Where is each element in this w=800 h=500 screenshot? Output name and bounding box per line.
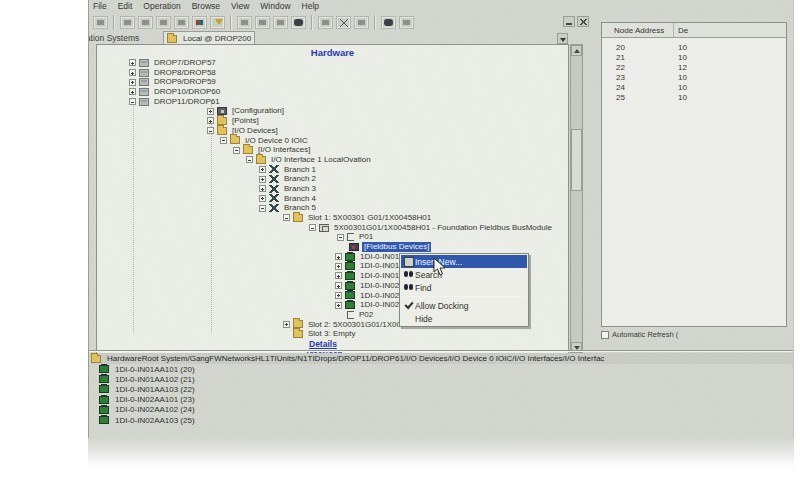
expand-icon[interactable] [207, 108, 214, 115]
refresh-icon[interactable] [354, 16, 369, 29]
tree-item-drop9[interactable]: DROP9/DROP59 [129, 77, 568, 87]
device-list-item[interactable]: 1DI-0-IN01AA101 (20) [99, 364, 793, 374]
device-list-item[interactable]: 1DI-0-IN02AA103 (25) [99, 415, 793, 425]
tree-item-branch-2[interactable]: Branch 2 [259, 174, 568, 184]
collapse-icon[interactable] [283, 214, 290, 221]
save-icon[interactable] [273, 16, 288, 29]
context-menu-search[interactable]: Search [401, 268, 527, 281]
table-row[interactable]: 2510 [602, 93, 786, 103]
undo-icon[interactable] [120, 16, 135, 29]
paste-icon[interactable] [174, 16, 189, 29]
collapse-icon[interactable] [233, 147, 240, 154]
close-button[interactable] [577, 16, 589, 27]
collapse-icon[interactable] [337, 234, 344, 241]
collapse-icon[interactable] [220, 137, 227, 144]
menu-browse[interactable]: Browse [192, 1, 220, 13]
context-menu-allow-docking[interactable]: Allow Docking [401, 299, 527, 312]
menu-view[interactable]: View [231, 1, 249, 13]
expand-icon[interactable] [129, 59, 136, 66]
menu-window[interactable]: Window [260, 1, 290, 13]
tree-item-drop7[interactable]: DROP7/DROP57 [129, 58, 568, 68]
expand-icon[interactable] [259, 166, 266, 173]
tab-scroll-dropdown[interactable] [557, 33, 568, 44]
cut-icon[interactable] [138, 16, 153, 29]
panel-divider[interactable] [89, 350, 794, 352]
search-box-icon[interactable] [318, 16, 333, 29]
collapse-icon[interactable] [129, 98, 136, 105]
table-row[interactable]: 2010 [602, 43, 786, 53]
table-row[interactable]: 2110 [602, 53, 786, 63]
scroll-up-button[interactable] [571, 45, 582, 56]
device-list-item[interactable]: 1DI-0-IN01AA103 (22) [99, 384, 793, 394]
tree-item-ff-module[interactable]: 5X00301G01/1X00458H01 - Foundation Field… [309, 223, 568, 233]
column-node-address[interactable]: Node Address [614, 26, 664, 35]
palette-icon[interactable] [192, 16, 207, 29]
print-icon[interactable] [93, 16, 108, 29]
copy-icon[interactable] [156, 16, 171, 29]
tree-item-drop11[interactable]: DROP11/DROP61 [129, 97, 568, 107]
menu-file[interactable]: File [93, 1, 107, 13]
tree-item-configuration[interactable]: [Configuration] [207, 106, 568, 116]
context-menu-find[interactable]: Find [401, 281, 527, 294]
context-menu-hide[interactable]: Hide [401, 312, 527, 325]
tree-item-slot-1[interactable]: Slot 1: 5X00301 G01/1X00458H01 [283, 213, 568, 223]
expand-icon[interactable] [335, 292, 342, 299]
tree-item-branch-3[interactable]: Branch 3 [259, 184, 568, 194]
device-list-item[interactable]: 1DI-0-IN02AA101 (23) [99, 395, 793, 405]
device-list-item[interactable]: 1DI-0-IN02AA102 (24) [99, 405, 793, 415]
menu-operation[interactable]: Operation [143, 1, 180, 13]
expand-icon[interactable] [335, 263, 342, 270]
tree-item-io-interface-1[interactable]: I/O Interface 1 LocalOvation [246, 155, 568, 165]
tree-item-drop8[interactable]: DROP8/DROP58 [129, 68, 568, 78]
path-root-item[interactable]: HardwareRoot System/GangFWNetworksHL1TIU… [91, 353, 793, 364]
tree-item-branch-4[interactable]: Branch 4 [259, 194, 568, 204]
binoculars-icon[interactable] [381, 16, 396, 29]
device-list-item[interactable]: 1DI-0-IN01AA102 (21) [99, 374, 793, 384]
minimize-button[interactable] [563, 16, 575, 27]
import-icon[interactable] [237, 16, 252, 29]
expand-icon[interactable] [207, 117, 214, 124]
expand-icon[interactable] [259, 185, 266, 192]
tree-item-io-devices[interactable]: [I/O Devices] [207, 126, 568, 136]
tree-scrollbar[interactable] [570, 44, 583, 354]
filter-icon[interactable] [210, 16, 225, 29]
collapse-icon[interactable] [259, 205, 266, 212]
expand-icon[interactable] [129, 69, 136, 76]
scrollbar-thumb[interactable] [571, 129, 582, 191]
menu-help[interactable]: Help [302, 1, 319, 13]
tree-item-drop10[interactable]: DROP10/DROP60 [129, 87, 568, 97]
flag-icon[interactable] [399, 16, 414, 29]
table-row[interactable]: 2310 [602, 73, 786, 83]
tree-item-io-device-0[interactable]: I/O Device 0 IOIC [220, 136, 568, 146]
expand-icon[interactable] [335, 282, 342, 289]
expand-icon[interactable] [259, 195, 266, 202]
column-device[interactable]: De [678, 26, 688, 35]
auto-refresh-checkbox[interactable] [601, 331, 609, 339]
tree-item-branch-1[interactable]: Branch 1 [259, 165, 568, 175]
context-menu-insert-new[interactable]: Insert New... [401, 255, 527, 268]
collapse-icon[interactable] [309, 224, 316, 231]
menu-edit[interactable]: Edit [118, 1, 133, 13]
collapse-icon[interactable] [246, 156, 253, 163]
tab-local-drop200[interactable]: Local @ DROP200 [163, 31, 255, 45]
collapse-icon[interactable] [207, 127, 214, 134]
tree-item-fieldbus-devices[interactable]: [Fieldbus Devices] [349, 242, 568, 252]
tree-item-slot-3[interactable]: Slot 3: Empty [283, 329, 568, 339]
table-header[interactable]: Node Address De [602, 23, 786, 38]
expand-icon[interactable] [129, 88, 136, 95]
expand-icon[interactable] [335, 272, 342, 279]
load-icon[interactable] [291, 16, 306, 29]
tree-item-p01[interactable]: P01 [337, 232, 568, 242]
table-row[interactable]: 2410 [602, 83, 786, 93]
table-row[interactable]: 2212 [602, 63, 786, 73]
expand-icon[interactable] [335, 302, 342, 309]
expand-icon[interactable] [283, 321, 290, 328]
expand-icon[interactable] [335, 253, 342, 260]
delete-icon[interactable] [336, 16, 351, 29]
tree-item-io-interfaces[interactable]: [I/O Interfaces] [233, 145, 568, 155]
details-link[interactable]: Details [309, 339, 337, 349]
tree-item-branch-5[interactable]: Branch 5 [259, 203, 568, 213]
expand-icon[interactable] [259, 176, 266, 183]
export-icon[interactable] [255, 16, 270, 29]
tree-item-points[interactable]: [Points] [207, 116, 568, 126]
